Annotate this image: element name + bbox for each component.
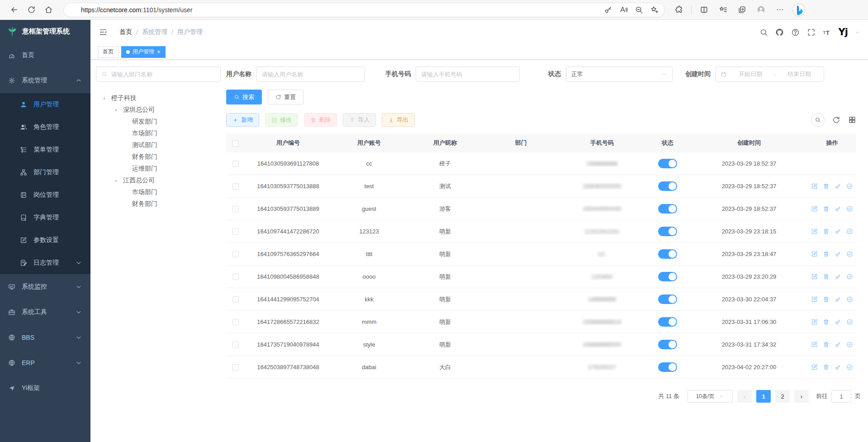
edit-square-icon[interactable] <box>811 341 818 348</box>
row-checkbox[interactable] <box>232 319 239 325</box>
row-checkbox[interactable] <box>232 342 239 348</box>
font-size-icon[interactable]: TT <box>823 28 831 37</box>
home-icon[interactable] <box>40 2 57 18</box>
column-header[interactable]: 创建时间 <box>690 139 808 147</box>
key-icon[interactable] <box>835 183 841 190</box>
page-button-2[interactable]: 2 <box>775 390 790 403</box>
status-toggle[interactable] <box>658 317 677 327</box>
search-button[interactable]: 搜索 <box>226 90 262 105</box>
prev-page-button[interactable]: ‹ <box>737 390 752 403</box>
row-checkbox[interactable] <box>232 161 239 167</box>
check-circle-icon[interactable] <box>846 296 853 303</box>
edit-square-icon[interactable] <box>811 183 818 190</box>
key-icon[interactable] <box>835 296 841 303</box>
edit-square-icon[interactable] <box>811 296 818 303</box>
tree-node[interactable]: 测试部门 <box>97 139 224 151</box>
sidebar-item-system[interactable]: 系统管理 <box>0 68 90 93</box>
sidebar-item-yiframe[interactable]: Yi框架 <box>0 375 90 401</box>
chevron-down-icon[interactable] <box>855 30 860 35</box>
key-icon[interactable] <box>835 273 841 280</box>
key-icon[interactable] <box>835 228 841 235</box>
edit-square-icon[interactable] <box>811 205 818 212</box>
dept-search-input[interactable] <box>111 71 215 78</box>
tree-node[interactable]: 财务部门 <box>97 151 224 163</box>
key-icon[interactable] <box>835 205 841 212</box>
trash-icon[interactable] <box>823 205 830 212</box>
delete-button[interactable]: 删除 <box>304 113 337 127</box>
search-icon[interactable] <box>759 28 768 37</box>
sidebar-item-role[interactable]: 角色管理 <box>0 116 90 138</box>
breadcrumb-item[interactable]: 用户管理 <box>177 28 203 36</box>
edit-square-icon[interactable] <box>811 364 818 371</box>
read-aloud-icon[interactable] <box>616 3 631 17</box>
trash-icon[interactable] <box>823 251 830 257</box>
column-header[interactable]: 用户昵称 <box>407 139 483 147</box>
refresh-icon[interactable] <box>23 2 40 18</box>
sidebar-item-dict[interactable]: 字典管理 <box>0 206 90 229</box>
edit-square-icon[interactable] <box>811 228 818 235</box>
split-screen-icon[interactable] <box>694 2 713 18</box>
select-all-checkbox[interactable] <box>232 140 239 147</box>
sidebar-item-erp[interactable]: ERP <box>0 350 90 375</box>
trash-icon[interactable] <box>823 341 830 348</box>
sidebar-item-config[interactable]: 参数设置 <box>0 229 90 252</box>
start-date-placeholder[interactable]: 开始日期 <box>730 70 770 78</box>
page-button-1[interactable]: 1 <box>756 390 771 403</box>
check-circle-icon[interactable] <box>846 318 853 325</box>
row-checkbox[interactable] <box>232 364 239 371</box>
status-toggle[interactable] <box>658 181 677 191</box>
key-icon[interactable] <box>600 3 616 17</box>
row-checkbox[interactable] <box>232 251 239 257</box>
back-icon[interactable] <box>5 2 23 18</box>
profile-icon[interactable] <box>751 2 770 18</box>
column-header[interactable]: 用户编号 <box>245 139 331 147</box>
phone-input[interactable] <box>421 71 514 78</box>
more-icon[interactable] <box>770 2 789 18</box>
status-toggle[interactable] <box>658 362 677 372</box>
toggle-search-button[interactable] <box>811 113 825 127</box>
tree-node[interactable]: ▾深圳总公司 <box>97 104 224 116</box>
sidebar-item-dept[interactable]: 部门管理 <box>0 161 90 184</box>
sidebar-item-post[interactable]: 岗位管理 <box>0 184 90 206</box>
tab-user[interactable]: 用户管理× <box>121 46 166 58</box>
github-icon[interactable] <box>775 28 784 37</box>
edit-square-icon[interactable] <box>811 273 818 280</box>
row-checkbox[interactable] <box>232 183 239 190</box>
favorite-add-icon[interactable] <box>646 3 662 17</box>
status-toggle[interactable] <box>658 159 677 168</box>
column-header[interactable]: 部门 <box>483 139 559 147</box>
check-circle-icon[interactable] <box>846 205 853 212</box>
check-circle-icon[interactable] <box>846 251 853 257</box>
edit-square-icon[interactable] <box>811 318 818 325</box>
sidebar-item-menu[interactable]: 菜单管理 <box>0 138 90 161</box>
reset-button[interactable]: 重置 <box>268 90 304 105</box>
status-select[interactable]: 正常 <box>566 67 673 82</box>
tree-node[interactable]: 研发部门 <box>97 116 224 128</box>
user-avatar-logo[interactable]: Yj <box>839 27 848 38</box>
collections-icon[interactable] <box>732 2 751 18</box>
breadcrumb-item[interactable]: 首页 <box>119 28 132 36</box>
tree-node[interactable]: ▾橙子科技 <box>97 92 224 104</box>
fullscreen-icon[interactable] <box>807 28 816 37</box>
key-icon[interactable] <box>835 341 841 348</box>
sidebar-item-monitor[interactable]: 系统监控 <box>0 274 90 299</box>
goto-page-input[interactable] <box>831 390 851 403</box>
row-checkbox[interactable] <box>232 274 239 280</box>
page-size-select[interactable]: 10条/页 <box>688 390 733 403</box>
key-icon[interactable] <box>835 251 841 257</box>
edit-square-icon[interactable] <box>811 251 818 257</box>
sidebar-item-log[interactable]: 日志管理 <box>0 252 90 274</box>
favorites-bar-icon[interactable] <box>713 2 732 18</box>
trash-icon[interactable] <box>823 273 830 280</box>
status-toggle[interactable] <box>658 249 677 259</box>
collapse-sidebar-icon[interactable] <box>99 28 108 37</box>
column-header[interactable]: 手机号码 <box>559 139 645 147</box>
key-icon[interactable] <box>835 364 841 371</box>
copilot-icon[interactable] <box>789 2 808 18</box>
check-circle-icon[interactable] <box>846 183 853 190</box>
add-button[interactable]: 新增 <box>226 113 259 127</box>
refresh-table-button[interactable] <box>832 116 840 124</box>
sidebar-item-user[interactable]: 用户管理 <box>0 93 90 116</box>
column-header[interactable]: 用户账号 <box>331 139 407 147</box>
status-toggle[interactable] <box>658 272 677 281</box>
